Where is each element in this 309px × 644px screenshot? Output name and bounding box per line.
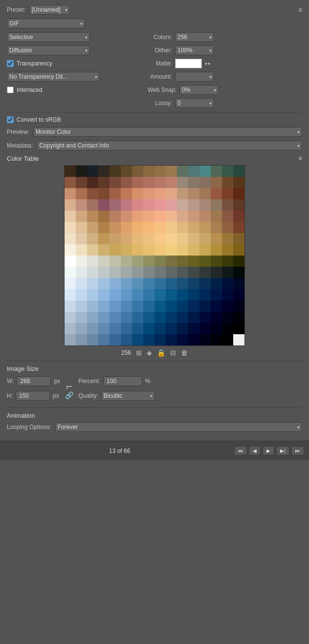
color-cell[interactable] [222,267,233,278]
color-cell[interactable] [154,222,166,233]
interlaced-checkbox[interactable] [7,86,14,93]
color-cell[interactable] [211,188,222,199]
color-cell[interactable] [233,256,244,267]
color-cell[interactable] [154,244,166,256]
color-cell[interactable] [121,211,132,222]
color-cell[interactable] [76,199,87,211]
color-cell[interactable] [65,233,76,244]
color-cell[interactable] [87,244,98,256]
color-cell[interactable] [132,301,143,312]
color-cell[interactable] [222,256,233,267]
color-cell[interactable] [121,199,132,211]
color-cell[interactable] [211,166,222,177]
color-cell[interactable] [110,312,121,323]
color-cell[interactable] [65,199,76,211]
color-cell[interactable] [211,267,222,278]
color-cell[interactable] [188,323,199,334]
delete-color-icon[interactable]: 🗑 [181,349,188,357]
color-cell[interactable] [188,278,199,289]
color-cell[interactable] [121,267,132,278]
color-cell[interactable] [177,256,188,267]
color-cell[interactable] [222,244,233,256]
color-cell[interactable] [132,177,143,188]
color-cell[interactable] [211,211,222,222]
color-cell[interactable] [188,177,199,188]
color-cell[interactable] [87,323,98,334]
color-cell[interactable] [233,301,244,312]
color-cell[interactable] [132,267,143,278]
color-cell[interactable] [154,267,166,278]
color-cell[interactable] [166,244,177,256]
color-cell[interactable] [177,289,188,301]
color-cell[interactable] [132,312,143,323]
color-cell[interactable] [87,199,98,211]
color-cell[interactable] [199,244,211,256]
color-cell[interactable] [177,166,188,177]
color-cell[interactable] [143,278,154,289]
color-cell[interactable] [76,188,87,199]
color-cell[interactable] [110,334,121,345]
color-cell[interactable] [110,222,121,233]
color-cell[interactable] [121,177,132,188]
color-cell[interactable] [132,222,143,233]
last-frame-button[interactable]: ⏭ [291,446,304,455]
color-cell[interactable] [199,199,211,211]
color-cell[interactable] [98,211,110,222]
color-cell[interactable] [222,301,233,312]
color-table-menu-icon[interactable]: ≡ [298,154,302,162]
color-cell[interactable] [65,289,76,301]
color-cell[interactable] [121,289,132,301]
color-grid[interactable] [64,165,245,346]
color-cell[interactable] [233,278,244,289]
color-cell[interactable] [87,211,98,222]
color-cell[interactable] [110,278,121,289]
color-cell[interactable] [143,188,154,199]
color-cell[interactable] [211,233,222,244]
color-cell[interactable] [98,166,110,177]
color-cell[interactable] [166,233,177,244]
color-cell[interactable] [121,233,132,244]
color-cell[interactable] [177,267,188,278]
color-cell[interactable] [211,289,222,301]
percent-input[interactable] [103,376,142,386]
color-cell[interactable] [65,312,76,323]
color-cell[interactable] [166,278,177,289]
color-cell[interactable] [132,166,143,177]
color-cell[interactable] [76,166,87,177]
color-cell[interactable] [222,278,233,289]
color-cell[interactable] [199,301,211,312]
color-cell[interactable] [98,233,110,244]
color-cell[interactable] [110,177,121,188]
color-cell[interactable] [98,278,110,289]
color-cell[interactable] [222,222,233,233]
prev-frame-button[interactable]: ◀ [249,446,261,455]
color-cell[interactable] [188,244,199,256]
color-cell[interactable] [222,233,233,244]
color-cell[interactable] [87,222,98,233]
color-cell[interactable] [110,289,121,301]
color-cell[interactable] [199,233,211,244]
lossy-select[interactable]: 0 [175,98,214,108]
color-cell[interactable] [98,188,110,199]
color-cell[interactable] [166,312,177,323]
color-cell[interactable] [76,301,87,312]
color-cell[interactable] [166,267,177,278]
color-cell[interactable] [121,166,132,177]
color-cell[interactable] [98,289,110,301]
color-cell[interactable] [233,323,244,334]
color-cell[interactable] [132,289,143,301]
height-input[interactable] [16,391,50,401]
color-cell[interactable] [98,323,110,334]
color-cell[interactable] [188,211,199,222]
color-cell[interactable] [110,323,121,334]
color-cell[interactable] [110,188,121,199]
amount-select[interactable] [175,72,214,82]
color-cell[interactable] [166,211,177,222]
color-cell[interactable] [154,289,166,301]
color-cell[interactable] [233,233,244,244]
color-cell[interactable] [188,334,199,345]
color-cell[interactable] [121,256,132,267]
quality-select[interactable]: Bicubic [101,391,155,401]
color-cell[interactable] [98,222,110,233]
color-cell[interactable] [233,334,244,345]
